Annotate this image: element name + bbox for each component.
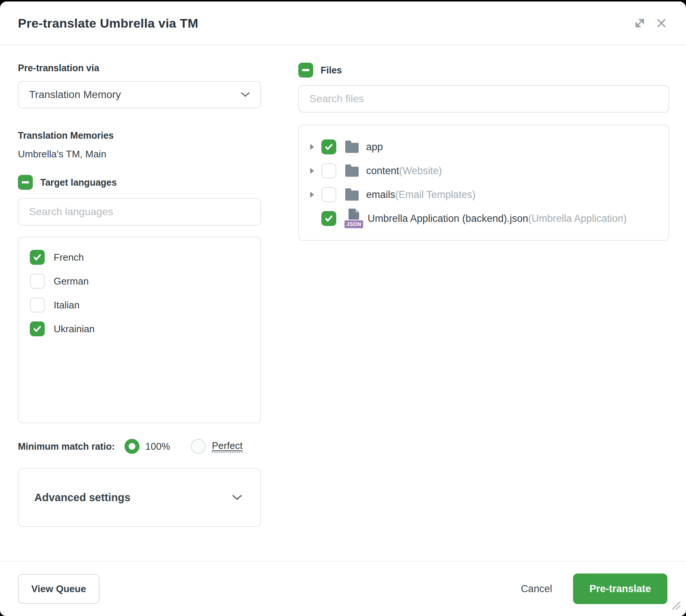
dialog-footer: View Queue Cancel Pre-translate (0, 561, 686, 616)
advanced-settings-toggle[interactable]: Advanced settings (18, 468, 261, 527)
method-select[interactable]: Translation Memory (18, 81, 261, 109)
caret-right-icon[interactable] (310, 192, 314, 198)
resize-handle[interactable] (671, 600, 681, 612)
cancel-button[interactable]: Cancel (521, 583, 552, 595)
expand-icon[interactable] (632, 15, 648, 31)
radio-100-selected[interactable] (125, 439, 139, 454)
tree-item-name: content (366, 165, 399, 177)
radio-perfect[interactable] (191, 439, 206, 454)
files-header: Files (298, 63, 669, 78)
advanced-settings-label: Advanced settings (34, 491, 130, 504)
dialog-header: Pre-translate Umbrella via TM (0, 1, 686, 45)
language-label: Italian (54, 299, 79, 311)
tree-row-emails[interactable]: emails (Email Templates) (299, 183, 668, 207)
json-badge: JSON (344, 220, 364, 229)
tree-item-name: Umbrella Application (backend).json (368, 213, 528, 224)
right-column: Files app content (298, 45, 669, 561)
translation-memories-label: Translation Memories (18, 130, 261, 141)
chevron-down-icon (232, 494, 242, 500)
pretranslation-via-label: Pre-translation via (18, 63, 261, 73)
language-label: Ukrainian (54, 323, 95, 335)
checkbox-checked[interactable] (30, 250, 45, 265)
folder-icon (345, 143, 359, 153)
translation-memories-value: Umbrella's TM, Main (18, 148, 261, 160)
search-files-input[interactable] (298, 85, 669, 113)
search-languages-input[interactable] (18, 198, 261, 226)
json-file-icon: JSON (345, 208, 362, 229)
language-label: German (54, 276, 89, 287)
tree-row-app[interactable]: app (299, 135, 668, 159)
view-queue-button[interactable]: View Queue (18, 574, 100, 604)
checkbox-unchecked[interactable] (321, 163, 336, 178)
checkbox-checked[interactable] (321, 211, 336, 226)
files-checkbox[interactable] (298, 63, 313, 78)
language-row-italian[interactable]: Italian (30, 296, 249, 314)
method-select-value: Translation Memory (29, 89, 121, 101)
checkbox-unchecked[interactable] (30, 274, 45, 289)
close-icon[interactable] (653, 15, 670, 31)
pretranslate-dialog: Pre-translate Umbrella via TM Pre-transl… (0, 1, 686, 616)
minimum-match-ratio-row: Minimum match ratio: 100% Perfect (18, 439, 261, 454)
files-label: Files (321, 65, 342, 76)
file-tree: app content (Website) emails (Email Temp… (298, 125, 669, 241)
tree-item-name: app (366, 141, 383, 153)
language-label: French (54, 252, 84, 263)
languages-list: French German Italian Ukrainian (18, 237, 261, 423)
dialog-body: Pre-translation via Translation Memory T… (0, 45, 686, 561)
tree-row-json-file[interactable]: JSON Umbrella Application (backend).json… (299, 207, 668, 230)
tree-item-suffix: (Email Templates) (395, 189, 476, 201)
tree-item-name: emails (366, 189, 395, 201)
language-row-german[interactable]: German (30, 272, 249, 290)
left-column: Pre-translation via Translation Memory T… (18, 45, 261, 561)
folder-icon (345, 191, 359, 201)
chevron-down-icon (241, 92, 250, 97)
pretranslate-button[interactable]: Pre-translate (573, 573, 667, 604)
tree-item-suffix: (Umbrella Application) (528, 213, 627, 224)
match-option-100-label[interactable]: 100% (145, 441, 170, 452)
language-row-ukrainian[interactable]: Ukrainian (30, 320, 249, 338)
caret-right-icon[interactable] (310, 168, 314, 174)
folder-icon (345, 167, 359, 177)
checkbox-checked[interactable] (321, 139, 336, 154)
match-option-perfect-label[interactable]: Perfect (212, 440, 242, 453)
checkbox-unchecked[interactable] (30, 298, 45, 312)
caret-right-icon[interactable] (310, 144, 314, 150)
language-row-french[interactable]: French (30, 248, 249, 267)
target-languages-header: Target languages (18, 175, 261, 190)
target-languages-label: Target languages (40, 177, 117, 188)
tree-row-content[interactable]: content (Website) (299, 159, 668, 183)
tree-item-suffix: (Website) (399, 165, 442, 177)
checkbox-checked[interactable] (30, 321, 45, 336)
checkbox-unchecked[interactable] (321, 187, 336, 202)
target-languages-checkbox[interactable] (18, 175, 33, 190)
dialog-title: Pre-translate Umbrella via TM (18, 16, 632, 31)
minimum-match-ratio-label: Minimum match ratio: (18, 441, 115, 452)
